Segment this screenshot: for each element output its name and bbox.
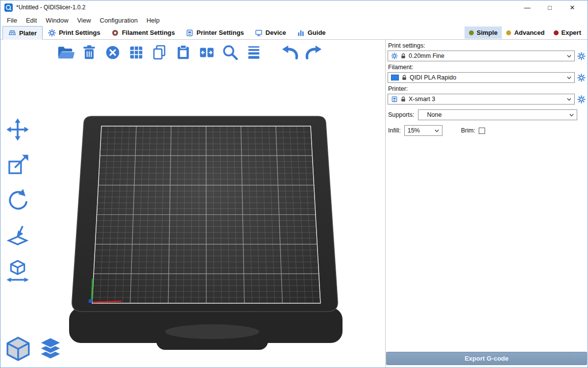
x-axis-marker — [93, 301, 122, 302]
tab-plater[interactable]: Plater — [2, 26, 43, 40]
maximize-button[interactable]: □ — [539, 0, 561, 14]
left-toolbar — [4, 116, 31, 284]
circle-x-icon — [103, 43, 122, 62]
infill-label: Infill: — [388, 127, 401, 134]
rotate-button[interactable] — [4, 187, 31, 213]
viewport-3d[interactable] — [0, 40, 386, 368]
infill-combo[interactable]: 15% — [404, 125, 442, 136]
copy-button[interactable] — [150, 43, 169, 62]
printer-icon — [186, 29, 194, 37]
folder-open-icon — [56, 43, 75, 62]
print-settings-value: 0.20mm Fine — [409, 53, 564, 59]
filament-label: Filament: — [388, 64, 586, 71]
supports-value: None — [421, 111, 566, 118]
menu-file[interactable]: File — [2, 15, 22, 26]
settings-sidebar: Print settings: 0.20mm Fine Filament: QI… — [386, 40, 588, 368]
tab-device[interactable]: Device — [249, 26, 292, 39]
minimize-button[interactable]: — — [516, 0, 539, 14]
tab-print-settings[interactable]: Print Settings — [43, 26, 106, 39]
printer-icon — [391, 96, 398, 103]
print-settings-combo[interactable]: 0.20mm Fine — [388, 51, 575, 61]
layers-stack-icon — [37, 335, 64, 363]
filament-gear-button[interactable] — [577, 73, 586, 82]
menu-help[interactable]: Help — [142, 15, 164, 26]
split-button[interactable] — [197, 43, 216, 62]
tab-label: Guide — [308, 29, 326, 36]
gear-icon — [391, 53, 398, 59]
chevron-down-icon — [568, 112, 575, 118]
guide-bars-icon — [297, 29, 305, 37]
menu-window[interactable]: Window — [41, 15, 73, 26]
window-controls: — □ ✕ — [516, 0, 584, 14]
filament-color-swatch — [391, 75, 399, 80]
printer-label: Printer: — [388, 85, 586, 92]
delete-button[interactable] — [80, 43, 98, 62]
arrange-grid-icon — [127, 43, 146, 62]
tab-label: Print Settings — [59, 29, 100, 36]
menu-edit[interactable]: Edit — [22, 15, 41, 26]
chevron-down-icon — [566, 96, 572, 103]
printer-combo[interactable]: X-smart 3 — [388, 94, 575, 105]
measure-icon — [5, 259, 30, 283]
scale-button[interactable] — [4, 152, 31, 178]
plater-icon — [8, 29, 16, 37]
tab-filament-settings[interactable]: Filament Settings — [106, 26, 180, 39]
print-settings-gear-button[interactable] — [577, 52, 586, 60]
undo-button[interactable] — [281, 43, 299, 62]
filament-value: QIDI PLA Rapido — [410, 74, 564, 81]
scale-icon — [5, 153, 30, 177]
menu-view[interactable]: View — [73, 15, 96, 26]
paste-icon — [174, 43, 193, 62]
tabbar: Plater Print Settings Filament Settings … — [0, 26, 588, 40]
menu-configuration[interactable]: Configuration — [96, 15, 142, 26]
variable-layer-height-button[interactable] — [245, 43, 263, 62]
editor-view-button[interactable] — [4, 335, 32, 363]
export-gcode-button[interactable]: Export G-code — [386, 352, 587, 365]
mode-advanced[interactable]: Advanced — [502, 26, 549, 39]
app-icon — [4, 3, 13, 12]
supports-combo[interactable]: None — [418, 109, 577, 120]
simple-dot-icon — [469, 30, 474, 35]
view-mode-toolbar — [4, 335, 64, 363]
redo-button[interactable] — [304, 43, 323, 62]
search-button[interactable] — [221, 43, 240, 62]
search-icon — [221, 43, 240, 62]
copy-icon — [150, 43, 169, 62]
build-plate-scene[interactable] — [0, 40, 385, 368]
preview-button[interactable] — [37, 335, 64, 363]
layers-icon — [245, 43, 263, 62]
flatten-icon — [5, 223, 30, 248]
titlebar: *Untitled - QIDISlicer-1.0.2 — □ ✕ — [0, 0, 588, 14]
brim-checkbox[interactable] — [479, 128, 485, 134]
arrange-button[interactable] — [127, 43, 146, 62]
lock-icon — [400, 96, 406, 102]
tab-label: Printer Settings — [196, 29, 244, 36]
delete-all-button[interactable] — [103, 43, 122, 62]
paste-button[interactable] — [174, 43, 193, 62]
mode-expert[interactable]: Expert — [549, 26, 586, 39]
mode-simple[interactable]: Simple — [465, 26, 502, 39]
expert-dot-icon — [554, 30, 559, 35]
open-button[interactable] — [56, 43, 75, 62]
main-area: Print settings: 0.20mm Fine Filament: QI… — [0, 40, 588, 368]
measure-button[interactable] — [4, 258, 31, 284]
lock-icon — [401, 75, 407, 80]
close-button[interactable]: ✕ — [561, 0, 584, 14]
advanced-dot-icon — [506, 30, 511, 35]
menubar: File Edit Window View Configuration Help — [0, 14, 588, 26]
printer-gear-button[interactable] — [577, 95, 586, 104]
chevron-down-icon — [434, 128, 440, 134]
tab-guide[interactable]: Guide — [292, 26, 331, 39]
place-on-face-button[interactable] — [4, 222, 31, 249]
split-icon — [197, 43, 216, 62]
plate-handle-recess — [165, 324, 259, 339]
filament-combo[interactable]: QIDI PLA Rapido — [388, 72, 575, 83]
z-axis-marker — [89, 299, 92, 303]
supports-label: Supports: — [388, 111, 415, 118]
cube-3d-icon — [4, 335, 32, 363]
mode-selector: Simple Advanced Expert — [465, 26, 588, 39]
window-title: *Untitled - QIDISlicer-1.0.2 — [16, 4, 85, 11]
move-button[interactable] — [4, 116, 31, 143]
tab-printer-settings[interactable]: Printer Settings — [180, 26, 249, 39]
undo-icon — [281, 43, 299, 62]
